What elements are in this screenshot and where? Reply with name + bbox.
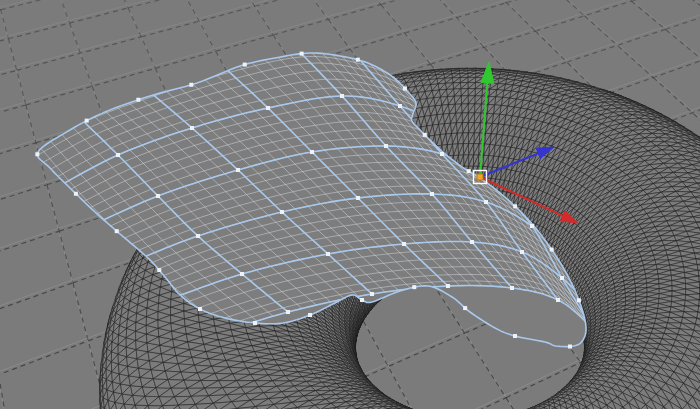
viewport-canvas[interactable] [0,0,700,409]
3d-viewport [0,0,700,409]
